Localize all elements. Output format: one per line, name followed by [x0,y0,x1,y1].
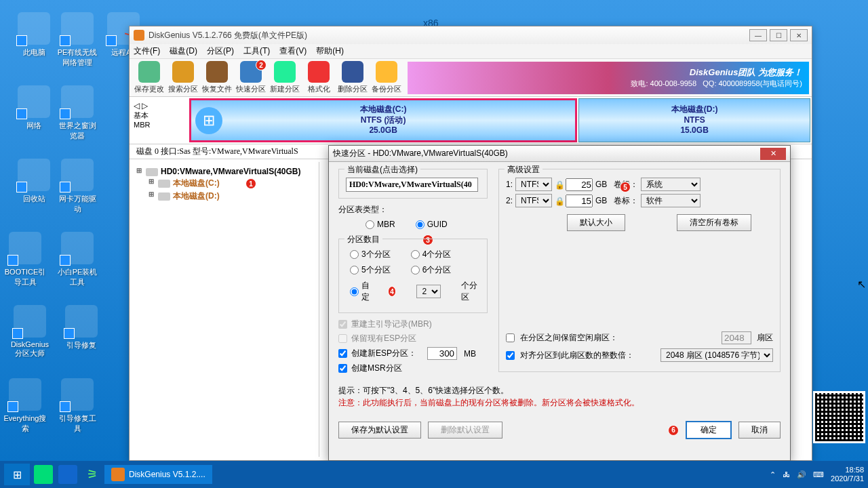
desktop-icon[interactable]: DiskGenius分区大师 [8,305,52,359]
windows-icon: ⊞ [195,107,222,134]
volume-select[interactable]: 软件 [641,194,701,207]
volume-icon[interactable]: 🔊 [797,470,806,479]
radio-4-partitions[interactable]: 4个分区 [411,249,452,260]
dialog-close-button[interactable]: ✕ [760,148,786,160]
ok-button[interactable]: 确定 [686,421,732,439]
disk-basic: 基本 [134,110,184,121]
desktop-icon[interactable]: 引导修复工具 [56,378,99,434]
desktop-icon[interactable]: 回收站 [12,159,56,204]
lock-icon: 🔒 [555,197,563,205]
chevron-up-icon[interactable]: ⌃ [770,470,776,479]
tree-item-c[interactable]: 本地磁盘(C:) [146,177,315,190]
toolbar: 保存更改搜索分区恢复文件快速分区2新建分区格式化删除分区备份分区DiskGeni… [130,59,812,97]
menu-item[interactable]: 文件(F) [134,45,160,57]
esp-size-input[interactable] [427,347,457,360]
banner[interactable]: DiskGenius团队 为您服务！致电: 400-008-9958 QQ: 4… [408,62,809,94]
size-input[interactable] [566,195,593,207]
wifi-icon[interactable]: ⚞ [83,465,102,484]
start-button[interactable]: ⊞ [4,464,30,485]
maximize-button[interactable]: ☐ [770,29,787,41]
msr-check[interactable] [338,364,347,373]
radio-3-partitions[interactable]: 3个分区 [350,249,391,260]
hint-text: 提示：可按下"3、4、5、6"快速选择分区个数。 [338,384,781,396]
desktop-icon[interactable]: 网络 [12,85,56,131]
desktop-icon[interactable]: 小白PE装机工具 [56,232,99,287]
partition-c[interactable]: ⊞ 本地磁盘(C:)NTFS (活动)25.0GB [189,98,577,142]
delete-default-button: 删除默认设置 [428,422,502,439]
menu-item[interactable]: 分区(P) [207,45,234,57]
radio-mbr[interactable]: MBR [366,220,395,229]
gap-check[interactable] [506,333,515,342]
new-esp-check[interactable] [338,349,347,358]
desktop-icon[interactable]: 世界之窗浏览器 [56,85,99,141]
tray-app-1[interactable] [34,465,53,484]
desktop-icon[interactable]: BOOTICE引导工具 [3,232,47,287]
current-disk-label: 当前磁盘(点击选择) [344,164,420,176]
menubar: 文件(F)磁盘(D)分区(P)工具(T)查看(V)帮助(H) [130,44,812,59]
desktop-icon[interactable]: PE有线无线网络管理 [56,12,99,68]
warning-text: 注意：此功能执行后，当前磁盘上的现有分区将被删除。新分区将会被快速格式化。 [338,396,781,409]
desktop-icon[interactable]: Everything搜索 [3,378,47,434]
network-icon[interactable]: 🖧 [783,470,790,479]
current-disk-input[interactable] [346,178,478,192]
minimize-button[interactable]: — [749,29,767,41]
lock-icon: 🔒 [555,180,563,188]
partition-d[interactable]: 本地磁盘(D:)NTFS15.0GB [578,98,810,142]
default-size-button[interactable]: 默认大小 [567,214,625,231]
fs-select[interactable]: NTFS [515,194,552,207]
dialog-titlebar[interactable]: 快速分区 - HD0:VMware,VMwareVirtualS(40GB) ✕ [329,146,790,162]
radio-custom-count[interactable]: 自定 [350,280,372,303]
quick-partition-dialog: 快速分区 - HD0:VMware,VMwareVirtualS(40GB) ✕… [328,145,791,461]
align-select[interactable]: 2048 扇区 (1048576 字节) [660,348,773,362]
taskbar-app[interactable]: DiskGenius V5.1.2.... [104,465,212,484]
cursor-icon: ↖ [857,278,866,291]
clear-volume-button[interactable]: 清空所有卷标 [677,214,751,231]
toolbar-button[interactable]: 快速分区2 [234,61,268,94]
tree-panel: HD0:VMware,VMwareVirtualS(40GB) 1 本地磁盘(C… [130,162,319,457]
desktop-icon[interactable]: 此电脑 [12,12,56,58]
radio-5-partitions[interactable]: 5个分区 [350,264,391,276]
toolbar-button[interactable]: 保存更改 [132,61,166,94]
rebuild-mbr-check [338,320,347,329]
desktop-icon[interactable]: 网卡万能驱动 [56,159,99,214]
close-button[interactable]: ✕ [790,29,808,41]
partition-row: 2:NTFS🔒GB卷标：软件 [506,194,773,207]
toolbar-button[interactable]: 格式化 [302,61,336,94]
menu-item[interactable]: 磁盘(D) [170,45,197,57]
menu-item[interactable]: 帮助(H) [316,45,344,57]
badge-2: 2 [256,60,267,70]
partition-row: 1:NTFS🔒GB卷标：系统 [506,178,773,191]
fs-select[interactable]: NTFS [515,178,552,191]
toolbar-button[interactable]: 新建分区 [268,61,302,94]
badge-5: 5 [620,182,631,192]
tray-app-2[interactable] [58,465,77,484]
save-default-button[interactable]: 保存为默认设置 [338,422,421,439]
volume-select[interactable]: 系统 [641,178,701,191]
toolbar-button[interactable]: 搜索分区 [166,61,200,94]
gap-input [722,331,751,344]
keyboard-icon[interactable]: ⌨ [813,470,824,479]
keep-esp-check [338,334,347,343]
disk-map: ◁ ▷ 基本 MBR ⊞ 本地磁盘(C:)NTFS (活动)25.0GB 本地磁… [130,97,812,144]
menu-item[interactable]: 工具(T) [243,45,270,57]
window-title: DiskGenius V5.1.2.766 免费版(单文件PE版) [149,30,307,41]
cancel-button[interactable]: 取消 [738,422,781,439]
menu-item[interactable]: 查看(V) [279,45,307,57]
tree-item-d[interactable]: 本地磁盘(D:) [146,190,315,203]
titlebar[interactable]: DiskGenius V5.1.2.766 免费版(单文件PE版) — ☐ ✕ [130,26,812,44]
radio-6-partitions[interactable]: 6个分区 [411,264,452,276]
tree-root[interactable]: HD0:VMware,VMwareVirtualS(40GB) 1 [134,166,315,177]
toolbar-button[interactable]: 备份分区 [370,61,403,94]
desktop-icon[interactable]: 引导修复 [60,305,103,350]
toolbar-button[interactable]: 恢复文件 [200,61,234,94]
radio-guid[interactable]: GUID [416,220,448,229]
align-check[interactable] [506,351,515,360]
size-input[interactable] [566,178,593,191]
table-type-label: 分区表类型： [338,204,488,216]
clock[interactable]: 18:582020/7/31 [831,466,864,483]
app-icon [134,30,144,41]
custom-count-select[interactable]: 2 [416,285,441,298]
dialog-title: 快速分区 - HD0:VMware,VMwareVirtualS(40GB) [333,148,508,159]
toolbar-button[interactable]: 删除分区 [336,61,370,94]
badge-6: 6 [668,425,679,436]
